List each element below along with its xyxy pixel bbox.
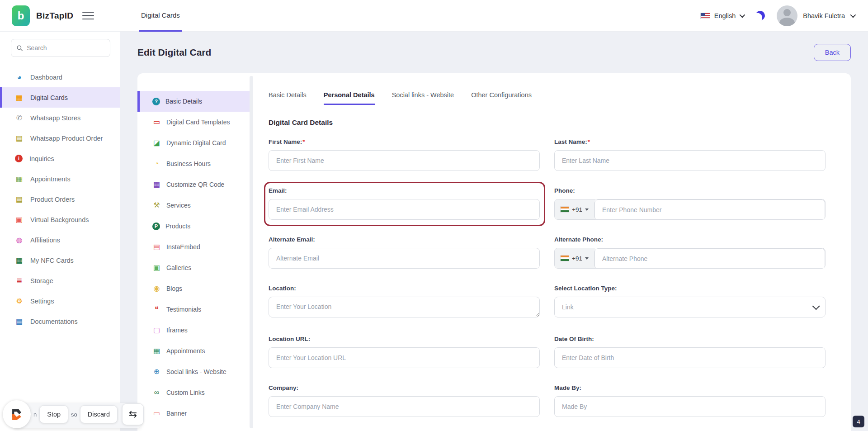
- alternate-phone-input[interactable]: [594, 248, 825, 269]
- card-nav-iframes[interactable]: ▢Iframes: [137, 320, 250, 341]
- hidden-text-fragment: n: [33, 411, 37, 418]
- card-nav-dynamic-digital-card[interactable]: ◪Dynamic Digital Card: [137, 133, 250, 153]
- sidebar-search[interactable]: [11, 39, 110, 57]
- calendar-icon: ▦: [15, 175, 24, 183]
- sidebar-item-label: My NFC Cards: [30, 257, 74, 264]
- sidebar-item-whatsapp-stores[interactable]: ✆Whatsapp Stores: [0, 108, 120, 128]
- tab-basic-details[interactable]: Basic Details: [269, 91, 307, 105]
- sidebar-item-affiliations[interactable]: ◍Affiliations: [0, 230, 120, 250]
- email-input[interactable]: [269, 199, 540, 220]
- language-selector[interactable]: English: [700, 12, 744, 19]
- location-url-input[interactable]: [269, 347, 540, 368]
- card-nav-label: InstaEmbed: [166, 243, 200, 251]
- sidebar-item-settings[interactable]: ⚙Settings: [0, 291, 120, 311]
- sidebar-item-appointments[interactable]: ▦Appointments: [0, 169, 120, 189]
- field-email-annotated: Email:: [269, 187, 540, 220]
- location-type-select[interactable]: Link: [554, 297, 826, 317]
- card-nav-products[interactable]: PProducts: [137, 216, 250, 237]
- card-nav-business-hours[interactable]: ◔Business Hours: [137, 153, 250, 174]
- info-circle-icon: i: [15, 155, 23, 162]
- first-name-input[interactable]: [269, 150, 540, 171]
- field-label: Last Name:: [554, 138, 587, 145]
- sidebar-item-digital-cards[interactable]: ▦Digital Cards: [0, 87, 120, 108]
- user-menu[interactable]: Bhavik Fuletra: [777, 5, 854, 26]
- india-flag-icon: [560, 206, 569, 213]
- card-nav-basic-details[interactable]: ?Basic Details: [137, 91, 250, 112]
- card-nav-label: Social links - Website: [166, 368, 226, 375]
- field-label: Date Of Birth:: [554, 336, 594, 342]
- sidebar-item-inquiries[interactable]: iInquiries: [0, 148, 120, 169]
- form-content: Basic Details Personal Details Social li…: [253, 73, 851, 431]
- card-nav-instaembed[interactable]: ▤InstaEmbed: [137, 237, 250, 257]
- card-nav-label: Dynamic Digital Card: [166, 139, 226, 147]
- company-input[interactable]: [269, 396, 540, 417]
- discard-button[interactable]: Discard: [80, 405, 118, 423]
- pie-chart-icon: ◕: [15, 74, 24, 81]
- card-nav-blogs[interactable]: ◉Blogs: [137, 278, 250, 299]
- card-nav-digital-card-templates[interactable]: ▭Digital Card Templates: [137, 112, 250, 133]
- sidebar-item-label: Affiliations: [30, 237, 60, 244]
- tab-other-configurations[interactable]: Other Configurations: [471, 91, 532, 105]
- dial-code: +91: [572, 255, 582, 262]
- card-nav-label: Products: [165, 223, 190, 230]
- topbar-right: English Bhavik Fuletra: [700, 5, 868, 26]
- field-label: Alternate Email:: [269, 236, 315, 243]
- field-label: Location URL:: [269, 336, 310, 342]
- stop-button[interactable]: Stop: [39, 405, 68, 423]
- us-flag-icon: [700, 13, 710, 19]
- dial-code-selector[interactable]: +91: [555, 248, 594, 268]
- sidebar-item-my-nfc-cards[interactable]: ▦My NFC Cards: [0, 250, 120, 270]
- field-company: Company:: [269, 384, 540, 417]
- phone-input[interactable]: [594, 199, 825, 220]
- location-textarea[interactable]: [269, 297, 540, 317]
- card-nav-services[interactable]: ⚒Services: [137, 195, 250, 216]
- whatsapp-icon: ✆: [15, 114, 24, 122]
- sidebar-item-whatsapp-product-order[interactable]: ▤Whatsapp Product Order: [0, 128, 120, 148]
- card-nav-custom-links[interactable]: ∞Custom Links: [137, 382, 250, 403]
- field-label: Company:: [269, 384, 298, 391]
- edit-card-panel: ?Basic Details ▭Digital Card Templates ◪…: [137, 73, 851, 431]
- tab-personal-details[interactable]: Personal Details: [324, 91, 375, 105]
- menu-toggle-icon[interactable]: [82, 12, 94, 20]
- topbar: b BizTapID Digital Cards English Bhavik …: [0, 0, 868, 32]
- sidebar: ◕Dashboard ▦Digital Cards ✆Whatsapp Stor…: [0, 32, 120, 431]
- swap-arrows-button[interactable]: ⇆: [122, 403, 144, 425]
- made-by-input[interactable]: [554, 396, 826, 417]
- sidebar-item-storage[interactable]: ≣Storage: [0, 270, 120, 291]
- date-of-birth-input[interactable]: [554, 347, 826, 368]
- tab-social-links-website[interactable]: Social links - Website: [392, 91, 454, 105]
- sidebar-item-documentations[interactable]: ▤Documentations: [0, 311, 120, 332]
- card-nav-customize-qr-code[interactable]: ▦Customize QR Code: [137, 174, 250, 195]
- crop-icon: ▢: [152, 327, 161, 334]
- card-nav-galleries[interactable]: ▣Galleries: [137, 257, 250, 278]
- card-nav-banner[interactable]: ▭Banner: [137, 403, 250, 424]
- field-label: Select Location Type:: [554, 285, 617, 292]
- caret-down-icon: [585, 257, 589, 260]
- last-name-input[interactable]: [554, 150, 826, 171]
- sidebar-item-label: Virtual Backgrounds: [30, 216, 89, 223]
- search-input[interactable]: [27, 44, 104, 52]
- india-flag-icon: [560, 255, 569, 261]
- field-alternate-email: Alternate Email:: [269, 236, 540, 269]
- card-nav-scrollbar[interactable]: [250, 76, 253, 428]
- card-nav-social-links-website[interactable]: ⊕Social links - Website: [137, 361, 250, 382]
- sidebar-item-virtual-backgrounds[interactable]: ▣Virtual Backgrounds: [0, 209, 120, 230]
- count-badge[interactable]: 4: [853, 416, 864, 427]
- card-nav-appointments[interactable]: ▦Appointments: [137, 341, 250, 361]
- alternate-email-input[interactable]: [269, 248, 540, 269]
- back-button[interactable]: Back: [814, 44, 851, 61]
- question-circle-icon: ?: [152, 98, 160, 105]
- card-nav-testimonials[interactable]: ❝Testimonials: [137, 299, 250, 320]
- field-last-name: Last Name:*: [554, 138, 826, 171]
- card-nav-label: Business Hours: [166, 160, 211, 167]
- card-section-nav: ?Basic Details ▭Digital Card Templates ◪…: [137, 73, 250, 431]
- dial-code-selector[interactable]: +91: [555, 199, 594, 219]
- dark-mode-toggle-icon[interactable]: [755, 10, 766, 22]
- image-icon: ▣: [152, 264, 161, 271]
- sidebar-item-label: Storage: [30, 277, 53, 284]
- sidebar-item-product-orders[interactable]: ▤Product Orders: [0, 189, 120, 209]
- sidebar-item-dashboard[interactable]: ◕Dashboard: [0, 67, 120, 87]
- topnav-tab-digital-cards[interactable]: Digital Cards: [139, 0, 182, 32]
- brand-name: BizTapID: [36, 11, 73, 21]
- user-name: Bhavik Fuletra: [803, 12, 845, 19]
